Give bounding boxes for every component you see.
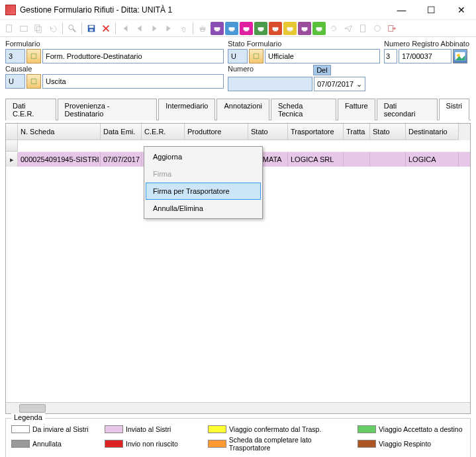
legend-item: Invio non riuscito: [105, 440, 204, 448]
col-tratta[interactable]: Tratta: [344, 124, 370, 140]
open-icon[interactable]: [17, 22, 30, 35]
legend-swatch: [105, 440, 123, 448]
close-button[interactable]: ✕: [446, 0, 476, 20]
registro-code-field[interactable]: 3: [384, 49, 397, 63]
svg-rect-12: [201, 25, 204, 27]
scrollbar-thumb[interactable]: [19, 404, 46, 413]
menu-firma[interactable]: Firma: [146, 165, 261, 183]
print-green-icon[interactable]: [254, 22, 267, 35]
stato-code-field[interactable]: U: [228, 49, 248, 63]
send-icon[interactable]: [342, 22, 355, 35]
legend-label: Scheda da completare lato Trasportatore: [229, 436, 354, 452]
formulario-desc-field[interactable]: Form. Produttore-Destinatario: [42, 49, 224, 63]
svg-rect-29: [317, 29, 320, 31]
tab-dati-cer[interactable]: Dati C.E.R.: [5, 99, 56, 120]
horizontal-scrollbar[interactable]: [6, 402, 470, 413]
legend-label: Viaggio Respinto: [379, 440, 431, 448]
tab-strip: Dati C.E.R. Provenienza - Destinatario I…: [5, 98, 471, 120]
print-yellow-icon[interactable]: [283, 22, 297, 35]
causale-lookup-button[interactable]: [26, 74, 41, 89]
del-date-field[interactable]: 07/07/2017 ⌄: [314, 77, 365, 91]
col-trasportatore[interactable]: Trasportatore: [288, 124, 344, 140]
tab-provenienza[interactable]: Provenienza - Destinatario: [58, 99, 158, 120]
svg-rect-3: [36, 26, 41, 32]
legend-item: Scheda da completare lato Trasportatore: [208, 436, 354, 452]
registro-label: Numero Registro Abbinato: [384, 40, 471, 48]
search-icon[interactable]: [66, 22, 79, 35]
causale-code-field[interactable]: U: [5, 74, 25, 89]
print-violet-icon[interactable]: [298, 22, 311, 35]
svg-point-37: [457, 54, 460, 57]
registro-num-field[interactable]: 17/00037: [399, 49, 452, 63]
legend-label: Invio non riuscito: [126, 440, 178, 448]
tab-fatture[interactable]: Fatture: [338, 99, 375, 120]
last-icon[interactable]: [162, 22, 175, 35]
legend-swatch: [105, 425, 123, 433]
col-stato2[interactable]: Stato: [370, 124, 406, 140]
formulario-lookup-button[interactable]: [26, 49, 41, 63]
stato-desc-field[interactable]: Ufficiale: [265, 49, 380, 63]
causale-label: Causale: [5, 65, 224, 73]
menu-annulla[interactable]: Annulla/Elimina: [146, 200, 261, 217]
print-gray-icon[interactable]: [196, 22, 209, 35]
col-produttore[interactable]: Produttore: [185, 124, 248, 140]
col-cer[interactable]: C.E.R.: [142, 124, 185, 140]
col-stato[interactable]: Stato: [248, 124, 288, 140]
del-date-value: 07/07/2017: [317, 80, 354, 88]
new-icon[interactable]: [3, 22, 16, 35]
print-lime-icon[interactable]: [312, 22, 326, 35]
menu-firma-trasportatore[interactable]: Firma per Trasportatore: [146, 183, 261, 200]
col-data[interactable]: Data Emi.: [101, 124, 142, 140]
tab-sistri[interactable]: Sistri: [439, 99, 469, 120]
next-icon[interactable]: [148, 22, 161, 35]
print-blue-icon[interactable]: [225, 22, 238, 35]
prev-icon[interactable]: [133, 22, 146, 35]
svg-rect-8: [89, 28, 93, 31]
legend-swatch: [11, 440, 30, 448]
causale-desc-field[interactable]: Uscita: [42, 74, 224, 89]
print-magenta-icon[interactable]: [240, 22, 253, 35]
svg-rect-1: [21, 26, 28, 31]
context-menu: Aggiorna Firma Firma per Trasportatore A…: [144, 146, 263, 219]
maximize-button[interactable]: ☐: [416, 0, 446, 20]
first-icon[interactable]: [119, 22, 132, 35]
tab-dati-secondari[interactable]: Dati secondari: [377, 99, 438, 120]
legend-swatch: [208, 425, 226, 433]
svg-line-5: [73, 28, 75, 31]
form-area: Formulario 3 Form. Produttore-Destinatar…: [0, 37, 476, 95]
tab-annotazioni[interactable]: Annotazioni: [216, 99, 269, 120]
numero-field[interactable]: [228, 77, 312, 91]
tab-intermediario[interactable]: Intermediario: [158, 99, 215, 120]
save-icon[interactable]: [85, 22, 98, 35]
exit-icon[interactable]: [385, 22, 399, 35]
numero-label: Numero: [228, 65, 254, 75]
stato-label: Stato Formulario: [228, 40, 380, 48]
print-purple-icon[interactable]: [211, 22, 224, 35]
svg-rect-34: [31, 79, 36, 84]
doc-icon[interactable]: [356, 22, 369, 35]
svg-rect-35: [254, 54, 259, 59]
row-indicator-icon: ▸: [6, 152, 18, 167]
undo-icon[interactable]: [46, 22, 60, 35]
legend-label: Inviato al Sistri: [126, 425, 171, 433]
svg-rect-21: [259, 29, 262, 31]
registro-picture-button[interactable]: [453, 49, 467, 63]
col-scheda[interactable]: N. Scheda: [18, 124, 101, 140]
refresh-icon[interactable]: [327, 22, 340, 35]
svg-rect-32: [389, 25, 393, 31]
attach-icon[interactable]: [177, 22, 190, 35]
tool-icon[interactable]: [371, 22, 384, 35]
col-destinatario[interactable]: Destinatario: [406, 124, 459, 140]
stato-lookup-button[interactable]: [249, 49, 263, 63]
delete-icon[interactable]: [99, 22, 113, 35]
svg-rect-23: [273, 29, 277, 31]
cell-scheda: 0000254091945-SISTRI: [18, 152, 101, 167]
menu-aggiorna[interactable]: Aggiorna: [146, 148, 261, 165]
copy-icon[interactable]: [32, 22, 45, 35]
cell-data: 07/07/2017: [101, 152, 142, 167]
formulario-code-field[interactable]: 3: [5, 49, 25, 63]
tab-scheda-tecnica[interactable]: Scheda Tecnica: [271, 99, 336, 120]
print-orange-icon[interactable]: [269, 22, 282, 35]
minimize-button[interactable]: ―: [387, 0, 416, 20]
legend-item: Viaggio Respinto: [357, 440, 470, 448]
